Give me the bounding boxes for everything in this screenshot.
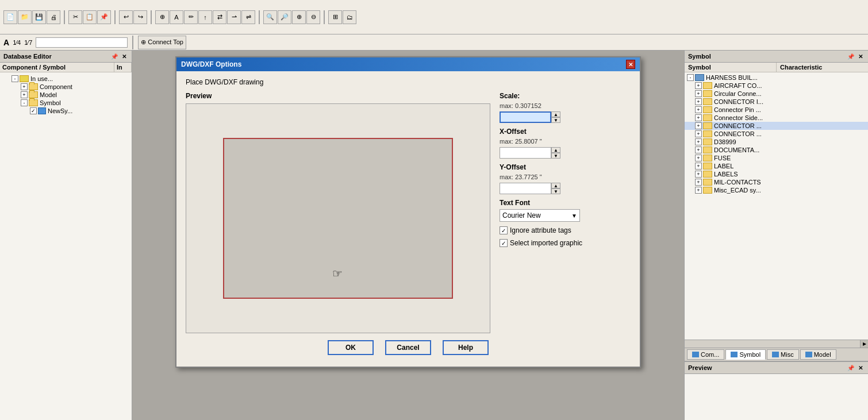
scale-down-btn[interactable]: ▼ bbox=[551, 117, 560, 123]
text-fix-input[interactable]: Text fix bbox=[36, 37, 128, 48]
save-btn[interactable]: 💾 bbox=[32, 10, 46, 24]
tree-item-component[interactable]: + Component bbox=[0, 83, 132, 91]
sym-item-fuse[interactable]: + FUSE bbox=[685, 154, 868, 162]
harness-folder-icon bbox=[695, 74, 704, 81]
sym-item-connector1[interactable]: + CONNECTOR ... bbox=[685, 122, 868, 130]
label-label: LABEL bbox=[714, 163, 733, 169]
scale-up-btn[interactable]: ▲ bbox=[551, 111, 560, 117]
symbol-scroll-area: ▶ bbox=[685, 340, 868, 348]
expand-symbol[interactable]: - bbox=[21, 99, 28, 106]
draw-btn-1[interactable]: ⊕ bbox=[155, 10, 169, 24]
d38999-expand[interactable]: + bbox=[695, 138, 702, 145]
draw-btn-4[interactable]: ↑ bbox=[198, 10, 212, 24]
connect-top-btn[interactable]: ⊕ Connect Top bbox=[138, 36, 186, 49]
misc-ecad-expand[interactable]: + bbox=[695, 187, 702, 194]
connector-side-expand[interactable]: + bbox=[695, 114, 702, 121]
y-offset-up-btn[interactable]: ▲ bbox=[551, 183, 560, 188]
mil-expand[interactable]: + bbox=[695, 179, 702, 186]
x-offset-down-btn[interactable]: ▼ bbox=[551, 153, 560, 159]
draw-btn-3[interactable]: ✏ bbox=[184, 10, 198, 24]
expand-component[interactable]: + bbox=[21, 83, 28, 90]
draw-btn-5[interactable]: ⇄ bbox=[213, 10, 226, 24]
connector2-expand[interactable]: + bbox=[695, 130, 702, 137]
sym-item-harness[interactable]: - HARNESS BUIL... bbox=[685, 74, 868, 82]
cut-btn[interactable]: ✂ bbox=[68, 10, 82, 24]
symbol-pin-icon[interactable]: 📌 bbox=[847, 52, 855, 60]
preview-pin-icon[interactable]: 📌 bbox=[847, 364, 855, 372]
sym-item-aircraft[interactable]: + AIRCRAFT CO... bbox=[685, 82, 868, 90]
symbol-newsy-icon bbox=[38, 107, 46, 114]
sym-item-misc-ecad[interactable]: + Misc_ECAD sy... bbox=[685, 186, 868, 194]
d38999-label: D38999 bbox=[714, 138, 736, 145]
select-imported-checkbox[interactable]: ✓ bbox=[500, 239, 508, 247]
copy-btn[interactable]: 📋 bbox=[83, 10, 97, 24]
pin-icon[interactable]: 📌 bbox=[110, 52, 118, 60]
right-panel: Symbol 📌 ✕ Symbol Characteristic - HARNE… bbox=[684, 51, 868, 420]
tree-content: - In use... + Component + Model bbox=[0, 72, 132, 420]
sym-item-d38999[interactable]: + D38999 bbox=[685, 138, 868, 146]
y-offset-input[interactable]: 11.8863 " bbox=[500, 183, 551, 194]
tree-item-in-use[interactable]: - In use... bbox=[0, 75, 132, 83]
open-btn[interactable]: 📁 bbox=[18, 10, 32, 24]
tab-symbol[interactable]: Symbol bbox=[725, 349, 766, 360]
tab-com[interactable]: Com... bbox=[687, 349, 724, 360]
print-btn[interactable]: 🖨 bbox=[47, 10, 60, 24]
scroll-right-btn[interactable]: ▶ bbox=[860, 340, 868, 348]
tree-item-newsy[interactable]: ✓ NewSy... bbox=[0, 107, 132, 115]
sym-item-circular[interactable]: + Circular Conne... bbox=[685, 90, 868, 98]
label-expand[interactable]: + bbox=[695, 163, 702, 169]
cancel-button[interactable]: Cancel bbox=[385, 340, 431, 355]
sym-item-labels[interactable]: + LABELS bbox=[685, 170, 868, 178]
tab-misc[interactable]: Misc bbox=[767, 349, 799, 360]
tab-model[interactable]: Model bbox=[800, 349, 836, 360]
connector-pin-expand[interactable]: + bbox=[695, 106, 702, 113]
x-offset-up-btn[interactable]: ▲ bbox=[551, 147, 560, 153]
sym-item-documenta[interactable]: + DOCUMENTA... bbox=[685, 146, 868, 154]
tree-item-symbol[interactable]: - Symbol bbox=[0, 99, 132, 107]
scale-input[interactable]: 0.245722 bbox=[500, 111, 551, 123]
help-button[interactable]: Help bbox=[443, 340, 489, 355]
expand-model[interactable]: + bbox=[21, 91, 28, 98]
sym-item-mil-contacts[interactable]: + MIL-CONTACTS bbox=[685, 178, 868, 186]
circular-label: Circular Conne... bbox=[714, 90, 762, 97]
connector-i-expand[interactable]: + bbox=[695, 98, 702, 105]
grid-btn[interactable]: ⊞ bbox=[328, 10, 342, 24]
redo-btn[interactable]: ↪ bbox=[133, 10, 147, 24]
fuse-expand[interactable]: + bbox=[695, 155, 702, 161]
sym-item-connector-i[interactable]: + CONNECTOR I... bbox=[685, 98, 868, 106]
connector1-expand[interactable]: + bbox=[695, 122, 702, 129]
sym-item-label[interactable]: + LABEL bbox=[685, 162, 868, 170]
font-select-dropdown[interactable]: Courier New ▼ bbox=[500, 209, 580, 222]
zoom-all-btn[interactable]: ⊕ bbox=[292, 10, 306, 24]
paste-btn[interactable]: 📌 bbox=[97, 10, 111, 24]
y-offset-down-btn[interactable]: ▼ bbox=[551, 188, 560, 194]
layer-btn[interactable]: 🗂 bbox=[343, 10, 356, 24]
symbol-close-icon[interactable]: ✕ bbox=[857, 52, 865, 60]
undo-btn[interactable]: ↩ bbox=[119, 10, 133, 24]
draw-btn-6[interactable]: ⇀ bbox=[227, 10, 241, 24]
expand-in-use[interactable]: - bbox=[11, 75, 18, 82]
labels-expand[interactable]: + bbox=[695, 171, 702, 178]
x-offset-input[interactable]: 12.9004 " bbox=[500, 147, 551, 159]
zoom-in-btn[interactable]: 🔍 bbox=[263, 10, 277, 24]
aircraft-expand[interactable]: + bbox=[695, 82, 702, 89]
tree-item-model[interactable]: + Model bbox=[0, 91, 132, 99]
zoom-minus-btn[interactable]: ⊖ bbox=[306, 10, 320, 24]
model-label: Model bbox=[40, 91, 57, 98]
harness-expand[interactable]: - bbox=[687, 74, 694, 81]
new-btn[interactable]: 📄 bbox=[3, 10, 17, 24]
zoom-out-btn[interactable]: 🔎 bbox=[278, 10, 291, 24]
ignore-attr-checkbox[interactable]: ✓ bbox=[500, 226, 508, 234]
close-panel-icon[interactable]: ✕ bbox=[120, 52, 128, 60]
sym-item-connector2[interactable]: + CONNECTOR ... bbox=[685, 130, 868, 138]
draw-btn-2[interactable]: A bbox=[170, 10, 183, 24]
draw-btn-7[interactable]: ⇌ bbox=[241, 10, 255, 24]
sym-item-connector-side[interactable]: + Connector Side... bbox=[685, 114, 868, 122]
ok-button[interactable]: OK bbox=[328, 340, 374, 355]
font-a-label: A bbox=[3, 38, 9, 47]
sym-item-connector-pin[interactable]: + Connector Pin ... bbox=[685, 106, 868, 114]
preview-close-icon[interactable]: ✕ bbox=[857, 364, 865, 372]
dialog-close-btn[interactable]: ✕ bbox=[626, 60, 635, 69]
documenta-expand[interactable]: + bbox=[695, 147, 702, 153]
circular-expand[interactable]: + bbox=[695, 90, 702, 97]
